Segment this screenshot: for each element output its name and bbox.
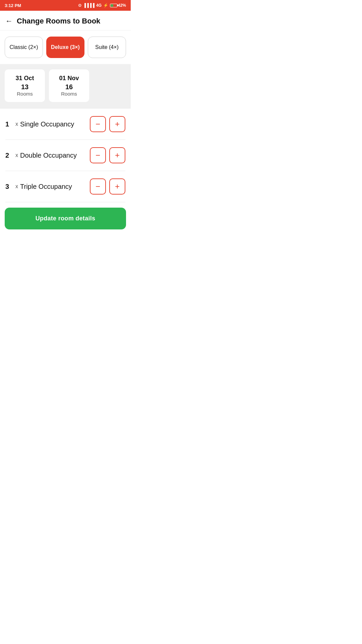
occ-count-0: 1 — [5, 120, 13, 128]
increment-double[interactable]: + — [109, 147, 125, 163]
network-type: 4G — [96, 3, 102, 8]
date-card-0[interactable]: 31 Oct 13 Rooms — [5, 69, 45, 102]
date-rooms-label-0: Rooms — [11, 91, 39, 97]
battery-indicator: 42% — [110, 3, 126, 8]
bolt-icon: ⚡ — [103, 3, 108, 8]
occ-label-0: Single Occupancy — [20, 120, 90, 128]
tab-classic[interactable]: Classic (2×) — [5, 37, 43, 58]
battery-percent: 42% — [118, 3, 126, 8]
date-rooms-label-1: Rooms — [55, 91, 83, 97]
increment-single[interactable]: + — [109, 116, 125, 132]
date-count-1: 16 — [55, 83, 83, 91]
occ-count-1: 2 — [5, 152, 13, 159]
occ-x-0: x — [15, 121, 18, 127]
room-type-tabs: Classic (2×) Deluxe (3×) Suite (4×) — [0, 31, 131, 64]
tab-suite[interactable]: Suite (4×) — [88, 37, 126, 58]
date-day-1: 01 Nov — [55, 75, 83, 82]
occ-controls-2: − + — [90, 178, 125, 195]
occ-x-1: x — [15, 152, 18, 158]
date-count-0: 13 — [11, 83, 39, 91]
update-btn-container: Update room details — [0, 202, 131, 237]
occupancy-item-1: 2 x Double Occupancy − + — [5, 140, 125, 171]
status-bar: 3:12 PM ⊙ ▐▐▐▐ 4G ⚡ 42% — [0, 0, 131, 11]
tab-deluxe[interactable]: Deluxe (3×) — [46, 37, 84, 58]
occ-x-2: x — [15, 183, 18, 190]
decrement-single[interactable]: − — [90, 116, 106, 132]
status-right: ⊙ ▐▐▐▐ 4G ⚡ 42% — [78, 3, 126, 8]
status-time: 3:12 PM — [5, 3, 21, 8]
occ-label-1: Double Occupancy — [20, 152, 90, 159]
decrement-triple[interactable]: − — [90, 178, 106, 195]
increment-triple[interactable]: + — [109, 178, 125, 195]
occ-count-2: 3 — [5, 183, 13, 191]
header: ← Change Rooms to Book — [0, 11, 131, 31]
back-button[interactable]: ← — [5, 17, 13, 25]
location-icon: ⊙ — [78, 3, 81, 8]
decrement-double[interactable]: − — [90, 147, 106, 163]
occupancy-list: 1 x Single Occupancy − + 2 x Double Occu… — [0, 109, 131, 202]
back-icon: ← — [5, 17, 13, 25]
signal-icon: ▐▐▐▐ — [83, 3, 95, 8]
occupancy-item-2: 3 x Triple Occupancy − + — [5, 171, 125, 202]
date-section: 31 Oct 13 Rooms 01 Nov 16 Rooms — [0, 64, 131, 109]
occ-controls-1: − + — [90, 147, 125, 163]
date-day-0: 31 Oct — [11, 75, 39, 82]
page-title: Change Rooms to Book — [17, 17, 100, 25]
update-button[interactable]: Update room details — [5, 208, 126, 229]
date-card-1[interactable]: 01 Nov 16 Rooms — [49, 69, 89, 102]
occ-label-2: Triple Occupancy — [20, 183, 90, 191]
occ-controls-0: − + — [90, 116, 125, 132]
occupancy-item-0: 1 x Single Occupancy − + — [5, 109, 125, 140]
